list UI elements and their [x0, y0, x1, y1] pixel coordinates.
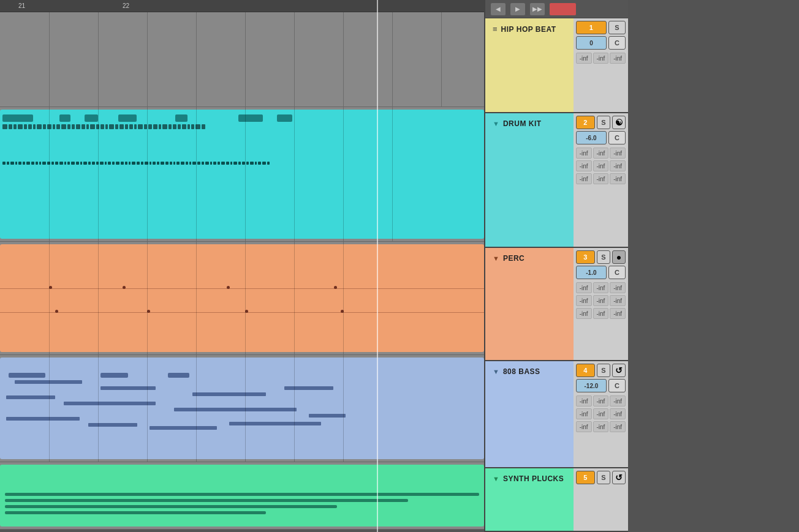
ruler: 21 22: [0, 0, 484, 12]
bass-send1[interactable]: -inf: [576, 395, 592, 406]
bass-volume[interactable]: -12.0: [576, 379, 607, 392]
drum-send9[interactable]: -inf: [610, 173, 626, 184]
nav-bar: ◀ ▶ ▶▶: [485, 0, 628, 18]
record-button[interactable]: [549, 2, 577, 16]
hip-hop-c-button[interactable]: C: [608, 36, 626, 50]
bass-c-button[interactable]: C: [608, 379, 626, 392]
drum-send6[interactable]: -inf: [610, 160, 626, 171]
bass-send3[interactable]: -inf: [610, 395, 626, 406]
perc-name: PERC: [503, 254, 524, 263]
bass-send4[interactable]: -inf: [576, 408, 592, 419]
perc-icon: ▼: [493, 255, 499, 262]
drum-send1[interactable]: -inf: [576, 148, 592, 159]
perc-send9[interactable]: -inf: [610, 308, 626, 319]
drum-send3[interactable]: -inf: [610, 148, 626, 159]
track-lane-drum[interactable]: [0, 107, 484, 242]
synth-s-button[interactable]: S: [597, 471, 610, 484]
perc-dot-button[interactable]: ●: [612, 250, 626, 264]
perc-send5[interactable]: -inf: [593, 295, 609, 306]
drum-icon: ▼: [493, 120, 499, 127]
back-button[interactable]: ◀: [490, 2, 506, 16]
perc-send7[interactable]: -inf: [576, 308, 592, 319]
ruler-mark-22: 22: [123, 2, 129, 9]
track-lanes: [0, 12, 484, 532]
drum-volume[interactable]: -6.0: [576, 131, 607, 144]
drum-c-button[interactable]: C: [608, 131, 626, 144]
track-lane-synth[interactable]: [0, 462, 484, 530]
hip-hop-icon: ≡: [493, 24, 498, 34]
bass-send8[interactable]: -inf: [593, 421, 609, 432]
drum-kit-name: DRUM KIT: [503, 119, 542, 128]
perc-send4[interactable]: -inf: [576, 295, 592, 306]
perc-send6[interactable]: -inf: [610, 295, 626, 306]
hip-hop-send3[interactable]: -inf: [610, 53, 626, 64]
bass-send2[interactable]: -inf: [593, 395, 609, 406]
ruler-mark-21: 21: [18, 2, 25, 9]
hip-hop-volume[interactable]: 0: [576, 36, 607, 50]
synth-track-number[interactable]: 5: [576, 471, 595, 484]
track-section-perc: ▼ PERC 3 S ● -1.0 C -inf -inf -inf: [485, 248, 628, 361]
drum-send2[interactable]: -inf: [593, 148, 609, 159]
synth-name: SYNTH PLUCKS: [503, 474, 564, 483]
perc-send3[interactable]: -inf: [610, 282, 626, 293]
drum-send5[interactable]: -inf: [593, 160, 609, 171]
perc-volume[interactable]: -1.0: [576, 266, 607, 279]
hip-hop-beat-name: HIP HOP BEAT: [501, 25, 556, 34]
drum-phase-button[interactable]: ☯: [612, 116, 626, 129]
hip-hop-send1[interactable]: -inf: [576, 53, 592, 64]
perc-send2[interactable]: -inf: [593, 282, 609, 293]
perc-send8[interactable]: -inf: [593, 308, 609, 319]
perc-track-number[interactable]: 3: [576, 250, 595, 264]
playhead: [377, 0, 378, 532]
track-section-hip-hop-beat: ≡ HIP HOP BEAT 1 S 0 C -inf -inf -inf: [485, 18, 628, 113]
bass-icon: ▼: [493, 368, 499, 375]
main-container: 21 22: [0, 0, 799, 532]
track-headers-panel: ◀ ▶ ▶▶ ≡ HIP HOP BEAT 1 S 0 C: [484, 0, 628, 532]
track-lane-perc[interactable]: [0, 242, 484, 355]
perc-send1[interactable]: -inf: [576, 282, 592, 293]
bass-name: 808 BASS: [503, 367, 540, 376]
track-lane-hip-hop[interactable]: [0, 12, 484, 107]
arrangement-area: 21 22: [0, 0, 484, 532]
track-section-808-bass: ▼ 808 BASS 4 S ↺ -12.0 C -inf -inf -inf: [485, 361, 628, 468]
bass-phase-button[interactable]: ↺: [612, 364, 626, 377]
hip-hop-track-number[interactable]: 1: [576, 21, 607, 34]
drum-s-button[interactable]: S: [597, 116, 610, 129]
synth-icon: ▼: [493, 475, 499, 482]
bass-send9[interactable]: -inf: [610, 421, 626, 432]
hip-hop-s-button[interactable]: S: [608, 21, 626, 34]
play-button[interactable]: ▶▶: [529, 2, 545, 16]
track-section-drum-kit: ▼ DRUM KIT 2 S ☯ -6.0 C -inf -inf -inf: [485, 113, 628, 248]
forward-button[interactable]: ▶: [510, 2, 526, 16]
bass-send7[interactable]: -inf: [576, 421, 592, 432]
synth-phase-button[interactable]: ↺: [612, 471, 626, 484]
perc-c-button[interactable]: C: [608, 266, 626, 279]
hip-hop-send2[interactable]: -inf: [593, 53, 609, 64]
drum-send4[interactable]: -inf: [576, 160, 592, 171]
bass-track-number[interactable]: 4: [576, 364, 595, 377]
drum-track-number[interactable]: 2: [576, 116, 595, 129]
drum-send7[interactable]: -inf: [576, 173, 592, 184]
drum-send8[interactable]: -inf: [593, 173, 609, 184]
track-section-synth-plucks: ▼ SYNTH PLUCKS 5 S ↺: [485, 468, 628, 532]
bass-send5[interactable]: -inf: [593, 408, 609, 419]
bass-s-button[interactable]: S: [597, 364, 610, 377]
bass-send6[interactable]: -inf: [610, 408, 626, 419]
perc-s-button[interactable]: S: [597, 250, 610, 264]
track-lane-bass[interactable]: [0, 355, 484, 462]
